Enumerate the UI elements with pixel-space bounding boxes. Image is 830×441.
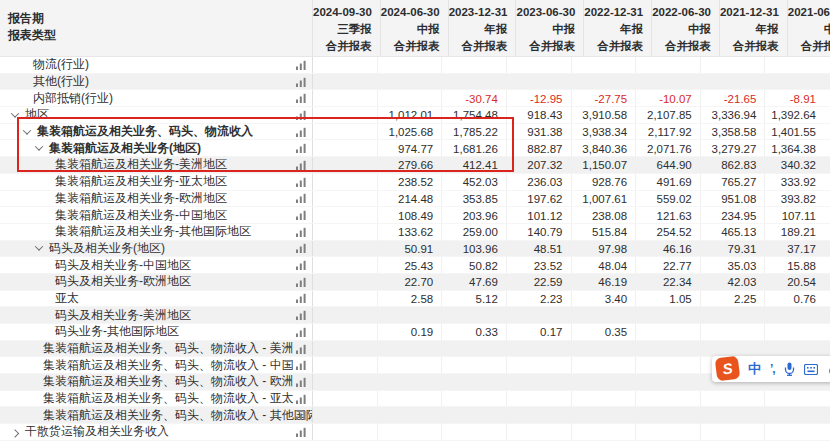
chevron-down-icon[interactable] xyxy=(35,143,43,151)
value-cell: 108.49 xyxy=(378,207,443,223)
table-row[interactable]: 干散货运输及相关业务收入 xyxy=(0,424,830,441)
bar-chart-icon[interactable] xyxy=(296,277,306,287)
row-label-cell[interactable]: 集装箱航运及相关业务-美洲地区 xyxy=(0,157,313,173)
bar-chart-icon[interactable] xyxy=(296,193,306,203)
row-label-cell[interactable]: 码头及相关业务-中国地区 xyxy=(0,257,313,273)
value-cell xyxy=(701,341,766,357)
bar-chart-icon[interactable] xyxy=(296,60,306,70)
table-row[interactable]: 集装箱航运及相关业务、码头、物流收入 - 其他国际地区 xyxy=(0,407,830,424)
table-row[interactable]: 码头及相关业务(地区) 50.91103.9648.5197.9846.1679… xyxy=(0,241,830,258)
sogou-logo-icon[interactable]: S xyxy=(715,355,741,381)
chevron-down-icon[interactable] xyxy=(11,109,19,117)
row-label-cell[interactable]: 码头及相关业务-美洲地区 xyxy=(0,307,313,323)
bar-chart-icon[interactable] xyxy=(296,377,306,387)
bar-chart-icon[interactable] xyxy=(296,143,306,153)
report-period-label: 报告期 xyxy=(8,10,312,27)
row-label-cell[interactable]: 集装箱航运及相关业务-欧洲地区 xyxy=(0,191,313,207)
row-label-cell[interactable]: 集装箱航运及相关业务、码头、物流收入 - 欧洲 xyxy=(0,374,313,390)
row-label-cell[interactable]: 集装箱航运及相关业务-中国地区 xyxy=(0,207,313,223)
row-label-cell[interactable]: 地区 xyxy=(0,107,313,123)
bar-chart-icon[interactable] xyxy=(296,177,306,187)
row-label-cell[interactable]: 码头业务-其他国际地区 xyxy=(0,324,313,340)
row-label-cell[interactable]: 集装箱航运及相关业务(地区) xyxy=(0,140,313,156)
row-label-cell[interactable]: 集装箱航运及相关业务-其他国际地区 xyxy=(0,224,313,240)
bar-chart-icon[interactable] xyxy=(296,327,306,337)
row-label-cell[interactable]: 内部抵销(行业) xyxy=(0,90,313,106)
table-row[interactable]: 集装箱航运及相关业务、码头、物流收入 - 美洲 xyxy=(0,341,830,358)
chevron-down-icon[interactable] xyxy=(23,126,31,134)
punctuation-icon[interactable]: ’, xyxy=(770,362,775,376)
table-row[interactable]: 集装箱航运及相关业务-其他国际地区 133.62259.00140.79515.… xyxy=(0,224,830,241)
row-label-cell[interactable]: 集装箱航运及相关业务、码头、物流收入 xyxy=(0,124,313,140)
value-cell xyxy=(636,307,701,323)
row-label: 集装箱航运及相关业务、码头、物流收入 xyxy=(37,124,253,140)
row-label-cell[interactable]: 集装箱航运及相关业务、码头、物流收入 - 中国 xyxy=(0,357,313,373)
bar-chart-icon[interactable] xyxy=(296,127,306,137)
row-label-cell[interactable]: 其他(行业) xyxy=(0,74,313,90)
table-row[interactable]: 集装箱航运及相关业务、码头、物流收入 - 欧洲 xyxy=(0,374,830,391)
value-cell: 918.43 xyxy=(507,107,572,123)
chinese-mode-icon[interactable]: 中 xyxy=(748,360,761,378)
table-row[interactable]: 集装箱航运及相关业务、码头、物流收入 - 中国 xyxy=(0,357,830,374)
value-cell: 15.88 xyxy=(765,257,830,273)
table-row[interactable]: 集装箱航运及相关业务-欧洲地区 214.48353.85197.621,007.… xyxy=(0,191,830,208)
bar-chart-icon[interactable] xyxy=(296,410,306,420)
keyboard-icon[interactable] xyxy=(804,364,818,375)
row-label: 物流(行业) xyxy=(33,57,89,73)
value-cell xyxy=(313,291,378,307)
table-row[interactable]: 码头及相关业务-美洲地区 xyxy=(0,307,830,324)
table-row[interactable]: 集装箱航运及相关业务-中国地区 108.49203.96101.12238.08… xyxy=(0,207,830,224)
row-label-cell[interactable]: 干散货运输及相关业务收入 xyxy=(0,424,313,440)
bar-chart-icon[interactable] xyxy=(296,210,306,220)
row-label-cell[interactable]: 码头及相关业务(地区) xyxy=(0,241,313,257)
bar-chart-icon[interactable] xyxy=(296,227,306,237)
bar-chart-icon[interactable] xyxy=(296,160,306,170)
table-row[interactable]: 集装箱航运及相关业务-美洲地区 279.66412.41207.321,150.… xyxy=(0,157,830,174)
value-cell: 2.23 xyxy=(507,291,572,307)
table-row[interactable]: 集装箱航运及相关业务、码头、物流收入 1,025.681,785.22931.3… xyxy=(0,124,830,141)
row-label-cell[interactable]: 集装箱航运及相关业务、码头、物流收入 - 其他国际地区 xyxy=(0,407,313,423)
header-statement-type: 合并报表 xyxy=(313,38,372,55)
table-row[interactable]: 集装箱航运及相关业务-亚太地区 238.52452.03236.03928.76… xyxy=(0,174,830,191)
row-label-cell[interactable]: 集装箱航运及相关业务-亚太地区 xyxy=(0,174,313,190)
bar-chart-icon[interactable] xyxy=(296,243,306,253)
microphone-icon[interactable] xyxy=(784,362,795,376)
bar-chart-icon[interactable] xyxy=(296,110,306,120)
bar-chart-icon[interactable] xyxy=(296,344,306,354)
value-cell xyxy=(313,107,378,123)
row-label-cell[interactable]: 物流(行业) xyxy=(0,57,313,73)
value-cell xyxy=(313,341,378,357)
row-label: 码头及相关业务-中国地区 xyxy=(55,257,191,273)
bar-chart-icon[interactable] xyxy=(296,77,306,87)
bar-chart-icon[interactable] xyxy=(296,93,306,103)
chevron-down-icon[interactable] xyxy=(35,243,43,251)
table-row[interactable]: 码头及相关业务-中国地区 25.4350.8223.5248.0422.7735… xyxy=(0,257,830,274)
row-label-cell[interactable]: 亚太 xyxy=(0,291,313,307)
table-row[interactable]: 集装箱航运及相关业务、码头、物流收入 - 亚太 xyxy=(0,391,830,408)
bar-chart-icon[interactable] xyxy=(296,293,306,303)
table-row[interactable]: 亚太 2.585.122.233.401.052.250.76 xyxy=(0,291,830,308)
value-cell xyxy=(313,157,378,173)
table-row[interactable]: 内部抵销(行业) -30.74-12.95-27.75-10.07-21.65-… xyxy=(0,90,830,107)
value-cell: 951.08 xyxy=(701,191,766,207)
row-label-cell[interactable]: 集装箱航运及相关业务、码头、物流收入 - 美洲 xyxy=(0,341,313,357)
value-cell xyxy=(378,341,443,357)
table-row[interactable]: 地区 1,012.011,754.48918.433,910.582,107.8… xyxy=(0,107,830,124)
header-date: 2024-09-30 xyxy=(313,4,372,21)
row-label: 集装箱航运及相关业务、码头、物流收入 - 美洲 xyxy=(43,341,294,357)
row-label-cell[interactable]: 集装箱航运及相关业务、码头、物流收入 - 亚太 xyxy=(0,391,313,407)
ime-toolbar[interactable]: S 中 ’, xyxy=(712,356,830,382)
bar-chart-icon[interactable] xyxy=(296,427,306,437)
value-cell xyxy=(507,407,572,423)
bar-chart-icon[interactable] xyxy=(296,260,306,270)
bar-chart-icon[interactable] xyxy=(296,310,306,320)
table-row[interactable]: 其他(行业) xyxy=(0,74,830,91)
bar-chart-icon[interactable] xyxy=(296,360,306,370)
table-row[interactable]: 码头业务-其他国际地区 0.190.330.170.35 xyxy=(0,324,830,341)
table-row[interactable]: 物流(行业) xyxy=(0,57,830,74)
table-row[interactable]: 集装箱航运及相关业务(地区) 974.771,681.26882.873,840… xyxy=(0,140,830,157)
chevron-right-icon[interactable] xyxy=(11,429,19,437)
table-row[interactable]: 码头及相关业务-欧洲地区 22.7047.6922.5946.1922.3442… xyxy=(0,274,830,291)
bar-chart-icon[interactable] xyxy=(296,394,306,404)
row-label-cell[interactable]: 码头及相关业务-欧洲地区 xyxy=(0,274,313,290)
